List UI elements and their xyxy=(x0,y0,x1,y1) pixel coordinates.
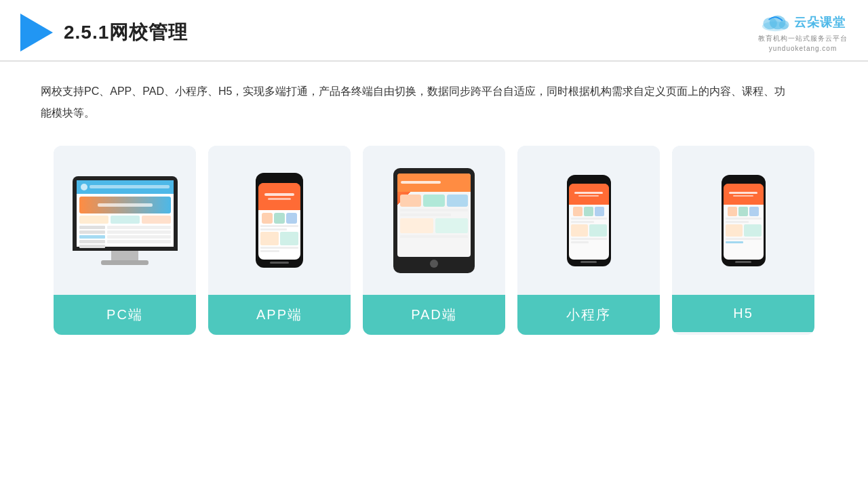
card-h5[interactable]: H5 xyxy=(672,146,814,335)
mini-phone-home-indicator-h5 xyxy=(735,261,751,263)
card-pad-label: PAD端 xyxy=(363,295,505,335)
page-title: 2.5.1网校管理 xyxy=(64,20,188,45)
card-pad[interactable]: PAD端 xyxy=(363,146,505,335)
phone-mockup-app xyxy=(256,173,303,268)
mini-phone-home-indicator xyxy=(580,261,597,263)
monitor-outer xyxy=(73,176,178,251)
tablet-home-button xyxy=(430,260,438,268)
mini-phone-notch xyxy=(582,178,595,182)
card-pc[interactable]: PC端 xyxy=(54,146,196,335)
header-left: 2.5.1网校管理 xyxy=(20,14,188,52)
mini-phone-mockup-mp xyxy=(567,175,611,266)
monitor-stand xyxy=(111,251,138,260)
card-miniprogram[interactable]: 小程序 xyxy=(517,146,660,335)
description-text: 网校支持PC、APP、PAD、小程序、H5，实现多端打通，产品各终端自由切换，数… xyxy=(41,81,787,124)
logo-triangle-icon xyxy=(20,14,53,52)
tablet-mockup xyxy=(393,168,475,273)
card-app[interactable]: APP端 xyxy=(208,146,351,335)
card-miniprogram-image xyxy=(517,146,660,295)
svg-point-3 xyxy=(779,20,789,29)
brand-tagline: 教育机构一站式服务云平台 xyxy=(758,34,848,43)
phone-notch xyxy=(272,177,287,181)
main-content: 网校支持PC、APP、PAD、小程序、H5，实现多端打通，产品各终端自由切换，数… xyxy=(0,62,868,348)
phone-screen-app xyxy=(258,183,300,260)
card-miniprogram-label: 小程序 xyxy=(517,295,660,335)
monitor-screen xyxy=(77,180,174,247)
header: 2.5.1网校管理 云朵课堂 教育机构一站式服务云平台 yunduoketang… xyxy=(0,0,868,62)
monitor-base xyxy=(101,260,149,265)
card-h5-label: H5 xyxy=(672,295,814,332)
mini-phone-screen-h5 xyxy=(724,184,764,260)
card-h5-image xyxy=(672,146,814,295)
card-pc-label: PC端 xyxy=(54,295,196,335)
cards-section: PC端 xyxy=(41,146,827,335)
brand-name: 云朵课堂 xyxy=(794,14,846,30)
cloud-icon xyxy=(760,12,790,33)
pc-mockup xyxy=(73,176,178,265)
card-pad-image xyxy=(363,146,505,295)
mini-phone-mockup-h5 xyxy=(722,175,766,266)
brand-logo: 云朵课堂 教育机构一站式服务云平台 yunduoketang.com xyxy=(758,12,848,52)
brand-url: yunduoketang.com xyxy=(769,45,837,52)
card-pc-image xyxy=(54,146,196,295)
cloud-logo-container: 云朵课堂 xyxy=(760,12,846,33)
phone-home-indicator xyxy=(270,262,289,264)
tablet-screen xyxy=(397,174,471,257)
card-app-label: APP端 xyxy=(208,295,351,335)
mini-phone-notch-h5 xyxy=(736,178,750,182)
card-app-image xyxy=(208,146,351,295)
mini-phone-screen-mp xyxy=(569,184,609,260)
